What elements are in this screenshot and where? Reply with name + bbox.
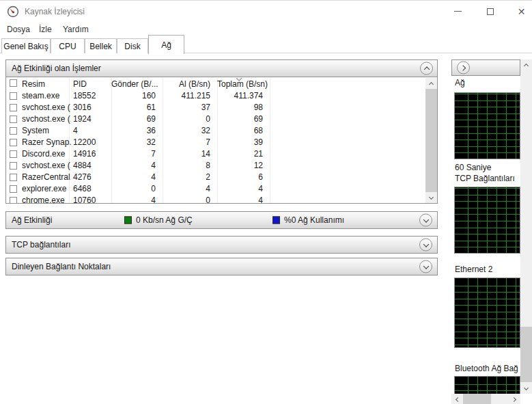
process-send: 4	[111, 161, 156, 170]
ethernet-graph	[454, 278, 520, 348]
row-checkbox[interactable]	[10, 104, 17, 111]
bar-title: Dinleyen Bağlantı Noktaları	[12, 262, 111, 271]
menu-bar: Dosya İzle Yardım	[0, 23, 532, 37]
process-name: Razer Synap...	[22, 137, 71, 147]
process-send: 69	[111, 114, 156, 124]
tab-overview[interactable]: Genel Bakış	[1, 38, 51, 53]
sidebar-header[interactable]	[451, 59, 520, 76]
row-checkbox[interactable]	[10, 150, 17, 158]
scroll-left-button[interactable]	[451, 394, 463, 404]
sidebar-vertical-scrollbar[interactable]	[520, 59, 532, 394]
column-header-send[interactable]: Gönder (B/...	[111, 79, 156, 89]
collapse-sidebar-button[interactable]	[457, 62, 470, 75]
bluetooth-graph	[454, 376, 520, 394]
minimize-button[interactable]	[443, 1, 473, 22]
scroll-right-button[interactable]	[509, 394, 520, 404]
process-recv: 0	[163, 196, 210, 203]
graphs-sidebar: Ağ 60 Saniye TCP Bağlantıları Ethernet 2…	[451, 59, 532, 404]
sidebar-horizontal-scrollbar[interactable]	[451, 394, 520, 404]
process-name: System	[22, 126, 71, 135]
menu-help[interactable]: Yardım	[63, 25, 89, 34]
menu-monitor[interactable]: İzle	[39, 25, 52, 34]
menu-file[interactable]: Dosya	[7, 25, 30, 34]
column-header-pid[interactable]: PID	[73, 79, 87, 89]
tab-network[interactable]: Ağ	[148, 35, 184, 54]
expand-listening-button[interactable]	[419, 260, 432, 273]
network-activity-bar[interactable]: Ağ Etkinliği 0 Kb/sn Ağ G/Ç %0 Ağ Kullan…	[5, 211, 438, 229]
expand-activity-button[interactable]	[419, 214, 432, 227]
process-name: svchost.exe (...	[22, 103, 71, 112]
table-row[interactable]: RazerCentral... 4276 4 2 6	[6, 172, 425, 183]
chevron-down-icon	[423, 241, 428, 247]
table-row[interactable]: Discord.exe 14916 7 14 21	[6, 148, 425, 160]
process-send: 4	[111, 172, 156, 182]
scroll-thumb[interactable]	[425, 89, 437, 192]
row-checkbox[interactable]	[10, 197, 17, 203]
graph-title-ethernet: Ethernet 2	[455, 265, 520, 274]
process-total: 21	[217, 149, 263, 159]
column-header-recv[interactable]: Al (B/sn)	[163, 79, 210, 89]
tab-memory[interactable]: Bellek	[85, 38, 117, 53]
collapse-panel-button[interactable]	[420, 62, 433, 75]
panel-header[interactable]: Ağ Etkinliği olan İşlemler	[6, 60, 437, 77]
process-recv: 37	[163, 103, 210, 112]
row-checkbox[interactable]	[10, 116, 17, 123]
table-row[interactable]: svchost.exe (... 4884 4 8 12	[6, 160, 425, 172]
bar-title: TCP bağlantıları	[12, 240, 71, 250]
chevron-down-icon	[423, 263, 428, 269]
table-row[interactable]: steam.exe 18552 160 411.215 411.374	[6, 90, 425, 102]
tcp-connections-bar[interactable]: TCP bağlantıları	[5, 236, 438, 254]
scroll-down-button[interactable]	[520, 383, 532, 394]
tab-cpu[interactable]: CPU	[51, 38, 85, 53]
window-title: Kaynak İzleyicisi	[25, 7, 85, 16]
table-header-row: Resim PID Gönder (B/... Al (B/sn) Toplam…	[6, 78, 425, 90]
tab-disk[interactable]: Disk	[117, 38, 148, 53]
table-scrollbar[interactable]	[425, 78, 437, 203]
table-row[interactable]: chrome.exe 10760 4 0 4	[6, 195, 425, 203]
row-checkbox[interactable]	[10, 162, 17, 170]
process-recv: 2	[163, 172, 210, 182]
close-button[interactable]: ✕	[506, 1, 532, 22]
process-pid: 4	[73, 126, 109, 135]
listening-ports-bar[interactable]: Dinleyen Bağlantı Noktaları	[5, 258, 438, 275]
process-total: 69	[217, 114, 263, 124]
row-checkbox[interactable]	[10, 92, 17, 100]
table-row[interactable]: System 4 36 32 68	[6, 125, 425, 137]
row-checkbox[interactable]	[10, 139, 17, 146]
process-pid: 14916	[73, 149, 109, 159]
scroll-thumb[interactable]	[463, 394, 491, 404]
table-row[interactable]: Razer Synap... 12200 32 7 39	[6, 137, 425, 148]
chevron-up-icon	[429, 81, 434, 86]
tab-bar: Genel Bakış CPU Bellek Disk Ağ	[0, 37, 532, 53]
minimize-icon	[454, 11, 462, 12]
table-row[interactable]: svchost.exe (... 1924 69 0 69	[6, 113, 425, 125]
close-icon: ✕	[518, 6, 526, 17]
scroll-up-button[interactable]	[425, 78, 437, 89]
select-all-checkbox[interactable]	[10, 79, 17, 87]
row-checkbox[interactable]	[10, 127, 17, 135]
process-send: 0	[111, 184, 156, 193]
chevron-down-icon	[429, 194, 434, 199]
process-total: 4	[217, 184, 263, 193]
process-send: 32	[111, 137, 156, 147]
scroll-down-button[interactable]	[425, 192, 437, 203]
table-row[interactable]: svchost.exe (... 3016 61 37 98	[6, 102, 425, 113]
scroll-thumb[interactable]	[520, 327, 532, 382]
maximize-button[interactable]	[475, 1, 505, 22]
row-checkbox[interactable]	[10, 185, 17, 193]
title-bar: Kaynak İzleyicisi ✕	[0, 1, 532, 23]
column-header-image[interactable]: Resim	[22, 79, 45, 89]
scroll-up-button[interactable]	[520, 59, 532, 70]
process-name: chrome.exe	[22, 196, 71, 203]
process-name: explorer.exe	[22, 184, 71, 193]
process-total: 411.374	[217, 91, 263, 100]
process-total: 12	[217, 161, 263, 170]
process-table: Resim PID Gönder (B/... Al (B/sn) Toplam…	[6, 78, 437, 203]
row-checkbox[interactable]	[10, 174, 17, 181]
table-row[interactable]: explorer.exe 6468 0 4 4	[6, 183, 425, 195]
chevron-up-icon	[524, 63, 529, 68]
tcp-graph	[454, 187, 520, 254]
usage-legend-chip	[272, 217, 280, 224]
process-total: 39	[217, 137, 263, 147]
expand-tcp-button[interactable]	[419, 239, 432, 252]
